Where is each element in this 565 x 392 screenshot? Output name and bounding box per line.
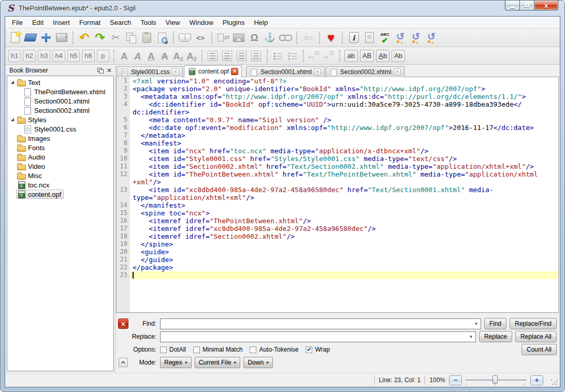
editor-row[interactable]: type="application/xhtml+xml"/>: [117, 194, 558, 201]
code-line[interactable]: <item id="ncx" href="toc.ncx" media-type…: [130, 147, 558, 155]
new-file-icon[interactable]: [7, 31, 23, 45]
count-all-button[interactable]: Count All: [521, 344, 557, 355]
editor-row[interactable]: 9 <item id="ncx" href="toc.ncx" media-ty…: [117, 147, 558, 155]
editor-row[interactable]: 8 <manifest>: [117, 139, 558, 147]
code-view-icon[interactable]: [193, 31, 208, 45]
tree-item-thepointbetween-xhtml[interactable]: ThePointBetween.xhtml: [7, 87, 113, 96]
editor-row[interactable]: 16 <itemref idref="ThePointBetween.xhtml…: [117, 217, 558, 225]
dock-float-icon[interactable]: [96, 67, 104, 74]
mend-1-icon[interactable]: [393, 31, 408, 45]
code-line[interactable]: <itemref idref="Section0002.xhtml"/>: [130, 233, 558, 240]
tree-item-style0001-css[interactable]: Style0001.css: [7, 124, 113, 134]
code-line[interactable]: <item id="Style0001.css" href="Styles/St…: [130, 155, 558, 163]
tree-item-content-opf[interactable]: content.opf: [7, 190, 113, 199]
metadata-editor-icon[interactable]: [346, 31, 361, 45]
editor-row[interactable]: 20 <guide>: [117, 248, 558, 256]
find-input[interactable]: [161, 320, 472, 328]
undo-icon[interactable]: [77, 31, 92, 45]
editor-row[interactable]: 17 <itemref idref="xc8dbd400-985a-4de2-9…: [117, 225, 558, 233]
zoom-slider[interactable]: [466, 375, 527, 385]
editor-row[interactable]: 3 <metadata xmlns:opf="http://www.idpf.o…: [117, 93, 558, 100]
tab-content-opf[interactable]: content.opf×: [184, 65, 242, 78]
code-line[interactable]: <?xml version="1.0" encoding="utf-8"?>: [130, 77, 558, 85]
editor-row[interactable]: +xml"/>: [117, 178, 558, 186]
code-line[interactable]: </package>: [130, 264, 558, 271]
zoom-slider-thumb[interactable]: [492, 375, 498, 384]
close-button[interactable]: x: [534, 1, 558, 10]
zoom-in-button[interactable]: +: [530, 375, 543, 385]
edit-toc-icon[interactable]: [361, 31, 377, 45]
code-line[interactable]: <spine toc="ncx">: [130, 209, 558, 217]
editor-row[interactable]: 4 <dc:identifier id="BookId" opf:scheme=…: [117, 100, 558, 108]
checkbox-minimal-match[interactable]: [193, 346, 200, 353]
editor-row[interactable]: 10 <item id="Style0001.css" href="Styles…: [117, 155, 558, 163]
uppercase-button[interactable]: AB: [360, 50, 374, 62]
menu-search[interactable]: Search: [105, 17, 136, 28]
tab-close-icon[interactable]: ×: [172, 68, 179, 76]
search-mode-select[interactable]: Regex▾: [160, 357, 192, 368]
code-line[interactable]: +xml"/>: [130, 178, 558, 186]
code-line[interactable]: </manifest>: [130, 201, 558, 209]
tab-close-icon[interactable]: ×: [394, 68, 401, 76]
editor-row[interactable]: 22</package>: [117, 264, 558, 271]
resize-grip[interactable]: [551, 380, 558, 387]
menu-file[interactable]: File: [7, 17, 27, 28]
save-icon[interactable]: [54, 31, 69, 45]
tree-item-video[interactable]: Video: [7, 162, 113, 171]
zoom-out-button[interactable]: −: [449, 375, 462, 385]
tab-style0001-css[interactable]: Style0001.css×: [117, 66, 183, 77]
code-line[interactable]: <dc:identifier id="BookId" opf:scheme="U…: [130, 100, 558, 108]
replace-all-button[interactable]: Replace All: [515, 331, 557, 342]
code-line[interactable]: </guide>: [130, 256, 558, 264]
tab-section0001-xhtml[interactable]: Section0001.xhtml×: [246, 66, 325, 77]
collapse-panel-icon[interactable]: [119, 358, 128, 367]
code-line[interactable]: dc:identifier>: [130, 108, 558, 116]
look-where-select[interactable]: Current File▾: [195, 357, 241, 368]
checkbox-wrap[interactable]: [306, 346, 312, 353]
editor-row[interactable]: 21 </guide>: [117, 256, 558, 264]
menu-plugins[interactable]: Plugins: [218, 17, 250, 28]
tree-item-section0002-xhtml[interactable]: Section0002.xhtml: [7, 106, 113, 115]
editor-row[interactable]: 1<?xml version="1.0" encoding="utf-8"?>: [117, 77, 558, 85]
menu-view[interactable]: View: [161, 17, 185, 28]
tree-item-section0001-xhtml[interactable]: Section0001.xhtml: [7, 96, 113, 106]
editor-row[interactable]: 6 <dc:date opf:event="modification" xmln…: [117, 124, 558, 132]
code-line[interactable]: <manifest>: [130, 139, 558, 147]
menu-edit[interactable]: Edit: [27, 17, 48, 28]
title-bar[interactable]: S ThePointBetween.epub* - epub2.0 - Sigi…: [1, 1, 564, 16]
menu-tools[interactable]: Tools: [136, 17, 161, 28]
code-line[interactable]: </metadata>: [130, 132, 558, 139]
tree-item-fonts[interactable]: Fonts: [7, 143, 113, 152]
donate-icon[interactable]: [323, 31, 339, 45]
code-line[interactable]: <dc:date opf:event="modification" xmlns:…: [130, 124, 558, 132]
book-view-icon[interactable]: [177, 31, 193, 45]
menu-window[interactable]: Window: [185, 17, 218, 28]
editor-row[interactable]: 14 </manifest>: [117, 201, 558, 209]
editor-row[interactable]: 12 <item id="ThePointBetween.xhtml" href…: [117, 170, 558, 178]
menu-format[interactable]: Format: [75, 17, 105, 28]
editor-row[interactable]: 19 </spine>: [117, 240, 558, 248]
code-line[interactable]: <itemref idref="xc8dbd400-985a-4de2-97a2…: [130, 225, 558, 233]
code-line[interactable]: <item id="ThePointBetween.xhtml" href="T…: [130, 170, 558, 178]
code-line[interactable]: <itemref idref="ThePointBetween.xhtml"/>: [130, 217, 558, 225]
expand-arrow-icon[interactable]: [9, 79, 16, 86]
editor-row[interactable]: 15 <spine toc="ncx">: [117, 209, 558, 217]
tree-item-misc[interactable]: Misc: [7, 171, 113, 180]
editor-row[interactable]: dc:identifier>: [117, 108, 558, 116]
tab-section0002-xhtml[interactable]: Section0002.xhtml×: [326, 66, 404, 77]
editor-row[interactable]: 18 <itemref idref="Section0002.xhtml"/>: [117, 233, 558, 240]
find-button[interactable]: Find: [484, 318, 506, 329]
tree-item-images[interactable]: Images: [7, 134, 113, 143]
mend-2-icon[interactable]: [408, 31, 424, 45]
code-line[interactable]: <metadata xmlns:opf="http://www.idpf.org…: [130, 93, 558, 100]
add-existing-icon[interactable]: [38, 31, 54, 45]
replace-find-button[interactable]: Replace/Find: [510, 318, 557, 329]
direction-select[interactable]: Down▾: [243, 357, 273, 368]
find-panel-close-icon[interactable]: ×: [118, 318, 128, 329]
code-line[interactable]: <package version="2.0" unique-identifier…: [130, 85, 558, 93]
code-line[interactable]: type="application/xhtml+xml"/>: [130, 194, 558, 201]
capitalize-button[interactable]: Ab: [392, 50, 405, 62]
code-line[interactable]: [130, 271, 558, 279]
lowercase-button[interactable]: ab: [344, 50, 358, 62]
spellcheck-icon[interactable]: [377, 31, 393, 45]
